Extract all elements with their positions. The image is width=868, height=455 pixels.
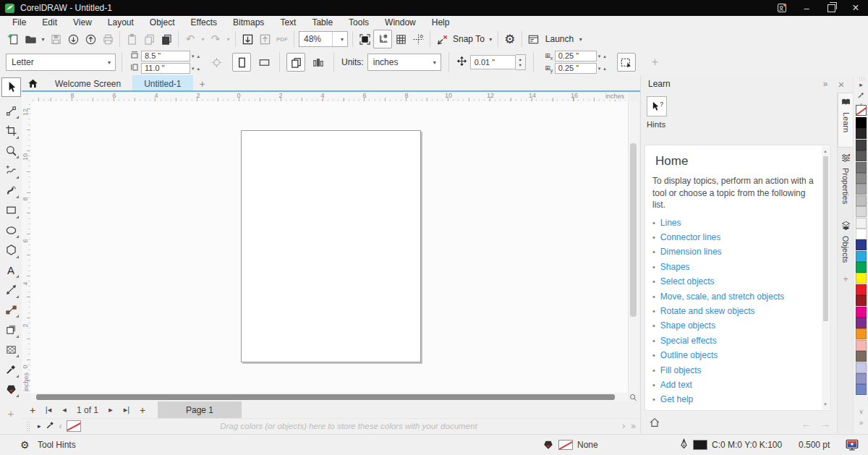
launch-icon[interactable] (525, 30, 542, 48)
learn-topic-link[interactable]: Add text (660, 380, 692, 390)
hints-button[interactable]: ? (647, 96, 667, 116)
learn-topic-link[interactable]: Shape objects (660, 320, 715, 331)
add-page-icon[interactable]: + (25, 404, 41, 416)
docker-tab-learn[interactable]: Learn (838, 93, 854, 148)
page-width-input[interactable]: 8.5 " (141, 51, 190, 61)
first-page-icon[interactable]: |◂ (41, 405, 56, 414)
width-decrease-icon[interactable]: ▾ (190, 54, 196, 59)
previous-page-icon[interactable]: ◂ (56, 405, 72, 414)
palette-swatch[interactable] (856, 295, 867, 306)
palette-swatch[interactable] (856, 328, 867, 339)
color-palette-scroll-down-icon[interactable]: ∨ (854, 408, 868, 415)
menu-item[interactable]: Text (272, 16, 304, 29)
scroll-down-icon[interactable]: ▾ (822, 401, 829, 407)
tab-untitled-1[interactable]: Untitled-1 (132, 75, 192, 92)
learn-topic-link[interactable]: Get help (660, 394, 693, 404)
learn-scrollbar[interactable]: ▴ ▾ (822, 146, 829, 409)
close-docker-icon[interactable]: × (833, 78, 849, 90)
nudge-spinner[interactable]: ▴▾ (516, 54, 526, 70)
width-increase-icon[interactable]: ▴ (196, 54, 202, 59)
horizontal-scrollbar-thumb[interactable] (36, 394, 615, 400)
learn-topic-link[interactable]: Rotate and skew objects (660, 306, 755, 316)
palette-swatch[interactable] (856, 140, 867, 150)
smart-fill-tool[interactable] (2, 380, 20, 398)
palette-swatch[interactable] (856, 273, 867, 284)
units-select[interactable]: inches ▾ (367, 54, 441, 71)
snap-off-icon[interactable] (433, 30, 451, 48)
menu-item[interactable]: Edit (34, 16, 65, 29)
page-size-select[interactable]: Letter ▾ (6, 54, 116, 71)
palette-swatch[interactable] (856, 373, 867, 384)
docker-tab-properties[interactable]: Properties (838, 149, 854, 216)
snap-to-label[interactable]: Snap To (453, 34, 485, 44)
menu-item[interactable]: Help (424, 16, 458, 29)
tab-welcome-screen[interactable]: Welcome Screen (43, 75, 132, 92)
crop-tool[interactable] (2, 122, 20, 140)
palette-swatch[interactable] (856, 162, 867, 173)
palette-swatch[interactable] (856, 229, 867, 239)
duplicate-y-input[interactable]: 0.25 " (555, 63, 597, 74)
freehand-tool[interactable] (2, 162, 20, 179)
palette-swatch[interactable] (856, 340, 867, 351)
palette-swatch[interactable] (856, 239, 867, 250)
add-docker-icon[interactable]: + (838, 273, 854, 284)
snap-to-dropdown-icon[interactable]: ▾ (487, 36, 495, 43)
learn-topic-link[interactable]: Connector lines (660, 232, 720, 242)
scroll-up-icon[interactable]: ▴ (822, 148, 829, 154)
open-dropdown-icon[interactable]: ▾ (39, 36, 47, 43)
new-document-icon[interactable] (4, 30, 22, 48)
customize-toolbox-icon[interactable]: + (2, 405, 20, 422)
restore-button[interactable] (819, 0, 843, 16)
get-content-icon[interactable] (64, 30, 82, 48)
page-height-input[interactable]: 11.0 " (141, 63, 190, 74)
rectangle-tool[interactable] (2, 202, 20, 219)
page-1-tab[interactable]: Page 1 (158, 401, 242, 418)
new-document-tab-icon[interactable]: + (193, 75, 212, 92)
zoom-magnifier-icon[interactable] (628, 393, 638, 401)
horizontal-scrollbar[interactable] (30, 393, 628, 401)
text-tool[interactable]: A (2, 261, 20, 278)
palette-scroll-left-icon[interactable]: ‹ (59, 421, 62, 431)
palette-swatch[interactable] (856, 262, 867, 273)
learn-topic-link[interactable]: Select objects (660, 276, 715, 286)
palette-swatch[interactable] (856, 251, 867, 262)
menu-item[interactable]: Layout (100, 16, 142, 29)
palette-swatch[interactable] (856, 128, 867, 139)
spin-up-icon[interactable]: ▴ (602, 66, 608, 72)
no-color-swatch[interactable] (856, 105, 867, 116)
transparency-tool[interactable] (2, 341, 20, 358)
menu-item[interactable]: Tools (341, 16, 377, 29)
outline-color-swatch[interactable] (693, 440, 707, 450)
height-increase-icon[interactable]: ▴ (196, 66, 202, 72)
add-page-icon[interactable]: + (135, 404, 150, 416)
launch-label[interactable]: Launch (545, 34, 574, 44)
palette-expand-icon[interactable]: » (631, 421, 636, 431)
menu-item[interactable]: View (65, 16, 100, 29)
import-icon[interactable] (239, 30, 256, 48)
learn-topic-link[interactable]: Dimension lines (660, 247, 722, 257)
parallel-dimension-tool[interactable] (2, 281, 20, 299)
color-palette-flyout-icon[interactable]: ▸ (854, 81, 868, 88)
welcome-home-icon[interactable] (22, 75, 43, 92)
account-icon[interactable] (770, 0, 794, 16)
open-document-icon[interactable] (22, 30, 39, 48)
color-proof-monitor-icon[interactable] (845, 438, 859, 454)
page-boundary[interactable] (241, 130, 421, 362)
options-gear-icon[interactable]: ⚙ (501, 30, 519, 48)
color-eyedropper-tool[interactable] (2, 361, 20, 378)
all-pages-settings-icon[interactable] (309, 54, 326, 71)
show-grid-icon[interactable] (392, 30, 409, 48)
horizontal-ruler[interactable]: 86420246810121416 inches (30, 92, 628, 102)
docker-tab-objects[interactable]: Objects (838, 217, 854, 273)
palette-swatch[interactable] (856, 195, 867, 206)
spin-down-icon[interactable]: ▾ (597, 54, 603, 59)
palette-swatch[interactable] (856, 173, 867, 184)
spin-down-icon[interactable]: ▾ (597, 66, 603, 72)
color-palette-eyedropper-icon[interactable] (854, 91, 868, 101)
palette-scroll-right-icon[interactable]: › (622, 421, 625, 431)
palette-swatch[interactable] (856, 284, 867, 295)
learn-topic-link[interactable]: Move, scale, and stretch objects (660, 292, 784, 302)
menu-item[interactable]: Window (377, 16, 424, 29)
palette-swatch[interactable] (856, 307, 867, 318)
palette-swatch[interactable] (856, 184, 867, 195)
